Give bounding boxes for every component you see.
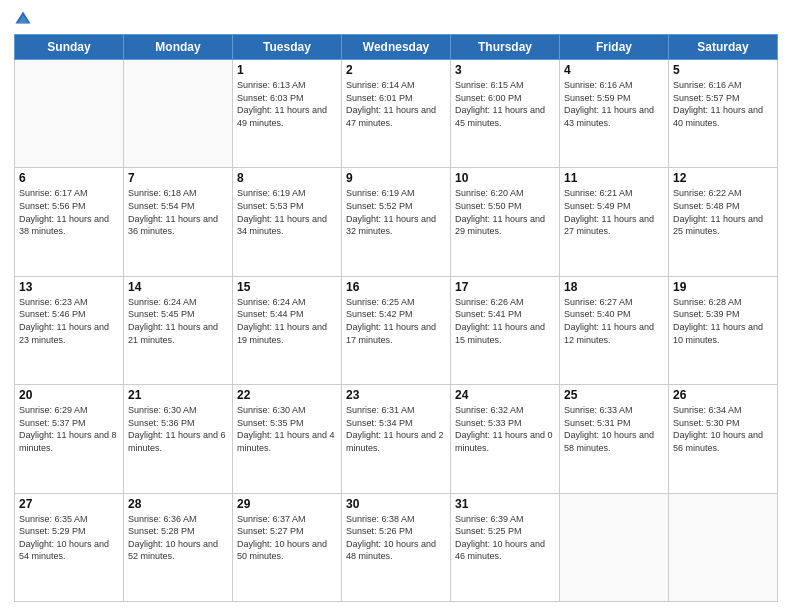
calendar-cell: 30Sunrise: 6:38 AM Sunset: 5:26 PM Dayli… — [342, 493, 451, 601]
calendar-day-header: Thursday — [451, 35, 560, 60]
calendar-day-header: Monday — [124, 35, 233, 60]
calendar-cell: 8Sunrise: 6:19 AM Sunset: 5:53 PM Daylig… — [233, 168, 342, 276]
calendar-cell: 24Sunrise: 6:32 AM Sunset: 5:33 PM Dayli… — [451, 385, 560, 493]
calendar-cell: 10Sunrise: 6:20 AM Sunset: 5:50 PM Dayli… — [451, 168, 560, 276]
day-number: 8 — [237, 171, 337, 185]
cell-info: Sunrise: 6:25 AM Sunset: 5:42 PM Dayligh… — [346, 296, 446, 346]
day-number: 18 — [564, 280, 664, 294]
cell-info: Sunrise: 6:27 AM Sunset: 5:40 PM Dayligh… — [564, 296, 664, 346]
calendar-cell: 19Sunrise: 6:28 AM Sunset: 5:39 PM Dayli… — [669, 276, 778, 384]
calendar-cell: 16Sunrise: 6:25 AM Sunset: 5:42 PM Dayli… — [342, 276, 451, 384]
calendar-day-header: Tuesday — [233, 35, 342, 60]
cell-info: Sunrise: 6:16 AM Sunset: 5:57 PM Dayligh… — [673, 79, 773, 129]
calendar-cell: 1Sunrise: 6:13 AM Sunset: 6:03 PM Daylig… — [233, 60, 342, 168]
calendar-cell: 2Sunrise: 6:14 AM Sunset: 6:01 PM Daylig… — [342, 60, 451, 168]
calendar-cell: 11Sunrise: 6:21 AM Sunset: 5:49 PM Dayli… — [560, 168, 669, 276]
calendar-cell: 17Sunrise: 6:26 AM Sunset: 5:41 PM Dayli… — [451, 276, 560, 384]
calendar-day-header: Sunday — [15, 35, 124, 60]
cell-info: Sunrise: 6:14 AM Sunset: 6:01 PM Dayligh… — [346, 79, 446, 129]
cell-info: Sunrise: 6:34 AM Sunset: 5:30 PM Dayligh… — [673, 404, 773, 454]
day-number: 12 — [673, 171, 773, 185]
calendar-cell: 18Sunrise: 6:27 AM Sunset: 5:40 PM Dayli… — [560, 276, 669, 384]
calendar-cell: 28Sunrise: 6:36 AM Sunset: 5:28 PM Dayli… — [124, 493, 233, 601]
calendar-cell: 20Sunrise: 6:29 AM Sunset: 5:37 PM Dayli… — [15, 385, 124, 493]
calendar-cell: 13Sunrise: 6:23 AM Sunset: 5:46 PM Dayli… — [15, 276, 124, 384]
calendar-cell: 22Sunrise: 6:30 AM Sunset: 5:35 PM Dayli… — [233, 385, 342, 493]
calendar-cell: 14Sunrise: 6:24 AM Sunset: 5:45 PM Dayli… — [124, 276, 233, 384]
calendar-day-header: Friday — [560, 35, 669, 60]
calendar-cell: 27Sunrise: 6:35 AM Sunset: 5:29 PM Dayli… — [15, 493, 124, 601]
calendar-cell — [15, 60, 124, 168]
day-number: 17 — [455, 280, 555, 294]
day-number: 15 — [237, 280, 337, 294]
day-number: 29 — [237, 497, 337, 511]
cell-info: Sunrise: 6:30 AM Sunset: 5:36 PM Dayligh… — [128, 404, 228, 454]
calendar-cell: 9Sunrise: 6:19 AM Sunset: 5:52 PM Daylig… — [342, 168, 451, 276]
calendar-cell: 31Sunrise: 6:39 AM Sunset: 5:25 PM Dayli… — [451, 493, 560, 601]
calendar-header-row: SundayMondayTuesdayWednesdayThursdayFrid… — [15, 35, 778, 60]
cell-info: Sunrise: 6:17 AM Sunset: 5:56 PM Dayligh… — [19, 187, 119, 237]
cell-info: Sunrise: 6:22 AM Sunset: 5:48 PM Dayligh… — [673, 187, 773, 237]
day-number: 10 — [455, 171, 555, 185]
calendar-cell: 6Sunrise: 6:17 AM Sunset: 5:56 PM Daylig… — [15, 168, 124, 276]
day-number: 16 — [346, 280, 446, 294]
calendar: SundayMondayTuesdayWednesdayThursdayFrid… — [14, 34, 778, 602]
cell-info: Sunrise: 6:23 AM Sunset: 5:46 PM Dayligh… — [19, 296, 119, 346]
cell-info: Sunrise: 6:37 AM Sunset: 5:27 PM Dayligh… — [237, 513, 337, 563]
cell-info: Sunrise: 6:31 AM Sunset: 5:34 PM Dayligh… — [346, 404, 446, 454]
day-number: 21 — [128, 388, 228, 402]
cell-info: Sunrise: 6:26 AM Sunset: 5:41 PM Dayligh… — [455, 296, 555, 346]
cell-info: Sunrise: 6:28 AM Sunset: 5:39 PM Dayligh… — [673, 296, 773, 346]
day-number: 11 — [564, 171, 664, 185]
calendar-cell: 26Sunrise: 6:34 AM Sunset: 5:30 PM Dayli… — [669, 385, 778, 493]
cell-info: Sunrise: 6:36 AM Sunset: 5:28 PM Dayligh… — [128, 513, 228, 563]
calendar-week-row: 1Sunrise: 6:13 AM Sunset: 6:03 PM Daylig… — [15, 60, 778, 168]
day-number: 13 — [19, 280, 119, 294]
page: SundayMondayTuesdayWednesdayThursdayFrid… — [0, 0, 792, 612]
cell-info: Sunrise: 6:32 AM Sunset: 5:33 PM Dayligh… — [455, 404, 555, 454]
calendar-cell: 7Sunrise: 6:18 AM Sunset: 5:54 PM Daylig… — [124, 168, 233, 276]
cell-info: Sunrise: 6:13 AM Sunset: 6:03 PM Dayligh… — [237, 79, 337, 129]
day-number: 30 — [346, 497, 446, 511]
calendar-cell — [560, 493, 669, 601]
day-number: 1 — [237, 63, 337, 77]
calendar-cell: 3Sunrise: 6:15 AM Sunset: 6:00 PM Daylig… — [451, 60, 560, 168]
calendar-cell: 21Sunrise: 6:30 AM Sunset: 5:36 PM Dayli… — [124, 385, 233, 493]
calendar-day-header: Saturday — [669, 35, 778, 60]
day-number: 25 — [564, 388, 664, 402]
day-number: 9 — [346, 171, 446, 185]
calendar-cell: 12Sunrise: 6:22 AM Sunset: 5:48 PM Dayli… — [669, 168, 778, 276]
day-number: 5 — [673, 63, 773, 77]
calendar-cell: 4Sunrise: 6:16 AM Sunset: 5:59 PM Daylig… — [560, 60, 669, 168]
day-number: 14 — [128, 280, 228, 294]
cell-info: Sunrise: 6:19 AM Sunset: 5:52 PM Dayligh… — [346, 187, 446, 237]
cell-info: Sunrise: 6:38 AM Sunset: 5:26 PM Dayligh… — [346, 513, 446, 563]
cell-info: Sunrise: 6:20 AM Sunset: 5:50 PM Dayligh… — [455, 187, 555, 237]
day-number: 6 — [19, 171, 119, 185]
header — [14, 10, 778, 28]
day-number: 7 — [128, 171, 228, 185]
calendar-cell — [124, 60, 233, 168]
day-number: 23 — [346, 388, 446, 402]
day-number: 28 — [128, 497, 228, 511]
cell-info: Sunrise: 6:24 AM Sunset: 5:44 PM Dayligh… — [237, 296, 337, 346]
calendar-week-row: 27Sunrise: 6:35 AM Sunset: 5:29 PM Dayli… — [15, 493, 778, 601]
day-number: 31 — [455, 497, 555, 511]
day-number: 24 — [455, 388, 555, 402]
calendar-cell: 23Sunrise: 6:31 AM Sunset: 5:34 PM Dayli… — [342, 385, 451, 493]
day-number: 22 — [237, 388, 337, 402]
cell-info: Sunrise: 6:21 AM Sunset: 5:49 PM Dayligh… — [564, 187, 664, 237]
cell-info: Sunrise: 6:24 AM Sunset: 5:45 PM Dayligh… — [128, 296, 228, 346]
cell-info: Sunrise: 6:15 AM Sunset: 6:00 PM Dayligh… — [455, 79, 555, 129]
day-number: 26 — [673, 388, 773, 402]
calendar-cell: 25Sunrise: 6:33 AM Sunset: 5:31 PM Dayli… — [560, 385, 669, 493]
calendar-week-row: 6Sunrise: 6:17 AM Sunset: 5:56 PM Daylig… — [15, 168, 778, 276]
day-number: 3 — [455, 63, 555, 77]
calendar-week-row: 13Sunrise: 6:23 AM Sunset: 5:46 PM Dayli… — [15, 276, 778, 384]
calendar-cell: 5Sunrise: 6:16 AM Sunset: 5:57 PM Daylig… — [669, 60, 778, 168]
calendar-week-row: 20Sunrise: 6:29 AM Sunset: 5:37 PM Dayli… — [15, 385, 778, 493]
day-number: 20 — [19, 388, 119, 402]
logo-icon — [14, 10, 32, 28]
cell-info: Sunrise: 6:16 AM Sunset: 5:59 PM Dayligh… — [564, 79, 664, 129]
day-number: 2 — [346, 63, 446, 77]
